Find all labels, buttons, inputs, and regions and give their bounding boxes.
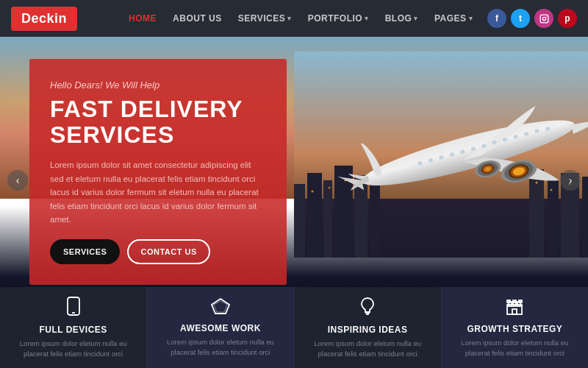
chevron-left-icon: ‹ (16, 174, 20, 186)
nav-services[interactable]: SERVICES ▾ (238, 13, 292, 24)
contact-button[interactable]: CONTACT US (127, 239, 209, 264)
hero-buttons: SERVICES CONTACT US (50, 239, 266, 264)
nav-links: HOME ABOUT US SERVICES ▾ PORTFOLIO ▾ BLO… (129, 13, 473, 24)
facebook-icon[interactable]: f (487, 9, 506, 28)
castle-icon (506, 297, 523, 319)
svg-point-19 (536, 182, 538, 184)
svg-rect-56 (512, 309, 517, 314)
feature-awesome-work: AWESOME WORK Lorem ipsum dolor eletum nu… (147, 287, 294, 368)
carousel-next-button[interactable]: › (560, 170, 581, 191)
svg-point-20 (551, 189, 553, 191)
feature-growth-strategy-desc: Lorem ipsum dolor eletum nulla eu placer… (452, 338, 578, 358)
svg-point-15 (312, 191, 314, 193)
hero-description: Lorem ipsum dolor sit amet consectetur a… (50, 158, 266, 226)
hero-title: FAST DELIVERYSERVICES (50, 96, 266, 148)
feature-inspiring-ideas-title: INSPIRING IDEAS (328, 325, 408, 335)
chevron-down-icon: ▾ (287, 15, 292, 22)
navbar: Deckin HOME ABOUT US SERVICES ▾ PORTFOLI… (0, 0, 588, 37)
social-icons: f t p (487, 9, 577, 28)
airplane-image (294, 52, 588, 258)
logo[interactable]: Deckin (11, 7, 77, 31)
features-bar: FULL DEVICES Lorem ipsum dolor eletum nu… (0, 287, 588, 368)
svg-point-2 (545, 15, 546, 16)
services-button[interactable]: SERVICES (50, 239, 120, 264)
diamond-icon (211, 298, 230, 319)
feature-full-devices-desc: Lorem ipsum dolor eletum nulla eu placer… (10, 339, 136, 358)
twitter-icon[interactable]: t (511, 9, 530, 28)
hero-section: Hello Dears! We Will Help FAST DELIVERYS… (0, 37, 588, 324)
chevron-down-icon: ▾ (365, 15, 369, 22)
mobile-icon (66, 297, 81, 320)
nav-blog[interactable]: BLOG ▾ (385, 13, 418, 24)
hero-card: Hello Dears! We Will Help FAST DELIVERYS… (29, 59, 287, 285)
svg-rect-14 (582, 177, 588, 258)
carousel-prev-button[interactable]: ‹ (7, 170, 28, 191)
chevron-down-icon: ▾ (469, 15, 473, 22)
feature-growth-strategy-title: GROWTH STRATEGY (467, 324, 562, 334)
svg-rect-7 (323, 180, 332, 258)
pinterest-icon[interactable]: p (558, 9, 577, 28)
svg-rect-6 (307, 173, 322, 258)
nav-pages[interactable]: PAGES ▾ (434, 13, 473, 24)
svg-rect-5 (294, 184, 305, 258)
feature-inspiring-ideas-desc: Lorem ipsum dolor eletum nulla eu placer… (305, 339, 431, 358)
chevron-right-icon: › (569, 174, 573, 186)
feature-full-devices: FULL DEVICES Lorem ipsum dolor eletum nu… (0, 287, 147, 368)
svg-rect-10 (370, 177, 380, 258)
lightbulb-icon (360, 297, 375, 320)
svg-rect-12 (548, 180, 559, 258)
svg-point-16 (329, 187, 331, 189)
hero-subtitle: Hello Dears! We Will Help (50, 79, 266, 91)
instagram-icon[interactable] (534, 9, 553, 28)
nav-portfolio[interactable]: PORTFOLIO ▾ (308, 13, 369, 24)
feature-awesome-work-desc: Lorem ipsum dolor eletum nulla eu placer… (157, 337, 283, 357)
chevron-down-icon: ▾ (414, 15, 418, 22)
svg-rect-0 (540, 15, 548, 23)
feature-awesome-work-title: AWESOME WORK (180, 323, 261, 333)
svg-point-1 (542, 17, 545, 20)
nav-about[interactable]: ABOUT US (173, 13, 222, 24)
feature-growth-strategy: GROWTH STRATEGY Lorem ipsum dolor eletum… (442, 287, 588, 368)
nav-home[interactable]: HOME (129, 13, 157, 24)
feature-full-devices-title: FULL DEVICES (39, 325, 107, 335)
feature-inspiring-ideas: INSPIRING IDEAS Lorem ipsum dolor eletum… (295, 287, 442, 368)
